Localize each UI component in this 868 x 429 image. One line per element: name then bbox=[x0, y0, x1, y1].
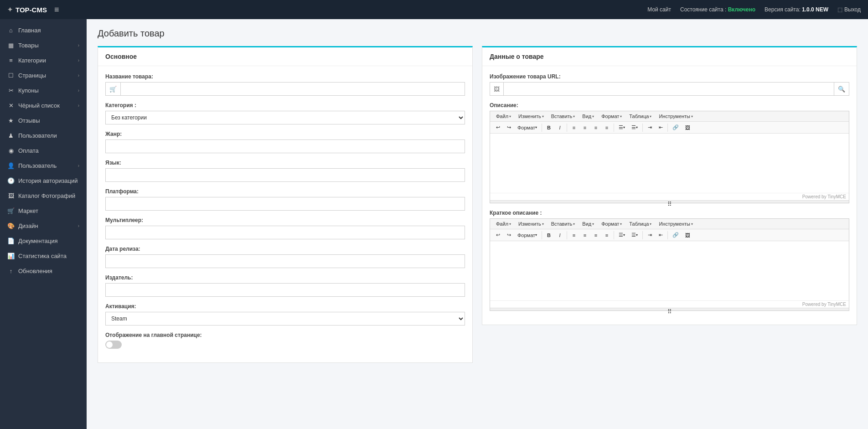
editor2-menu-view[interactable]: Вид ▾ bbox=[579, 220, 597, 227]
editor-menu-format[interactable]: Формат ▾ bbox=[598, 113, 625, 120]
content-area: Добавить товар Основное Название товара:… bbox=[87, 19, 868, 429]
short-description-editor-resize[interactable]: ⠿ bbox=[490, 308, 849, 310]
category-label: Категория : bbox=[105, 102, 465, 109]
description-editor-body[interactable] bbox=[490, 134, 849, 193]
description-editor-resize[interactable]: ⠿ bbox=[490, 200, 849, 203]
description-group: Описание: Файл ▾ Изменить ▾ Вставить ▾ В… bbox=[490, 102, 849, 203]
editor2-align-justify-btn[interactable]: ≡ bbox=[602, 231, 612, 239]
chevron-right-icon: › bbox=[78, 43, 79, 48]
editor-menu-file[interactable]: Файл ▾ bbox=[493, 113, 514, 120]
display-main-toggle[interactable] bbox=[105, 341, 122, 349]
cart-icon: 🛒 bbox=[106, 83, 121, 95]
sidebar-item-stats[interactable]: 📊 Статистика сайта bbox=[0, 248, 87, 264]
left-panel: Основное Название товара: 🛒 Категория : bbox=[98, 46, 473, 363]
editor2-align-right-btn[interactable]: ≡ bbox=[591, 231, 601, 239]
sidebar-item-reviews[interactable]: ★ Отзывы bbox=[0, 113, 87, 128]
editor-menu-tools[interactable]: Инструменты ▾ bbox=[656, 113, 696, 120]
editor2-align-left-btn[interactable]: ≡ bbox=[569, 231, 579, 239]
editor-redo-btn[interactable]: ↪ bbox=[504, 123, 514, 132]
search-icon[interactable]: 🔍 bbox=[834, 83, 849, 95]
sidebar-item-pages[interactable]: ☐ Страницы › bbox=[0, 68, 87, 83]
editor-link-btn[interactable]: 🔗 bbox=[670, 123, 682, 132]
editor2-format-btn[interactable]: Формат ▾ bbox=[515, 231, 540, 239]
docs-icon: 📄 bbox=[7, 238, 15, 244]
editor-bold-btn[interactable]: B bbox=[544, 124, 554, 132]
sidebar-item-products[interactable]: ▦ Товары › bbox=[0, 38, 87, 53]
editor-menu-table[interactable]: Таблица ▾ bbox=[626, 113, 655, 120]
my-site-link[interactable]: Мой сайт bbox=[647, 6, 671, 13]
editor-italic-btn[interactable]: I bbox=[555, 124, 565, 132]
genre-label: Жанр: bbox=[105, 131, 465, 137]
sidebar-item-market[interactable]: 🛒 Маркет bbox=[0, 203, 87, 218]
image-url-input[interactable] bbox=[504, 83, 834, 95]
design-icon: 🎨 bbox=[7, 222, 15, 229]
short-description-editor-body[interactable] bbox=[490, 241, 849, 300]
hamburger-button[interactable]: ≡ bbox=[54, 5, 59, 15]
editor2-menu-insert[interactable]: Вставить ▾ bbox=[548, 220, 579, 227]
editor-undo-btn[interactable]: ↩ bbox=[493, 123, 503, 132]
short-description-toolbar: ↩ ↪ Формат ▾ B I ≡ ≡ ≡ ≡ bbox=[490, 229, 849, 241]
editor-menu-insert[interactable]: Вставить ▾ bbox=[548, 113, 579, 120]
sidebar-item-coupons[interactable]: ✂ Купоны › bbox=[0, 83, 87, 98]
sidebar-item-docs[interactable]: 📄 Документация bbox=[0, 233, 87, 248]
editor-menu-edit[interactable]: Изменить ▾ bbox=[515, 113, 547, 120]
editor-align-center-btn[interactable]: ≡ bbox=[580, 124, 590, 132]
editor2-redo-btn[interactable]: ↪ bbox=[504, 231, 514, 239]
editor2-indent-btn[interactable]: ⇥ bbox=[645, 231, 655, 239]
editor2-bold-btn[interactable]: B bbox=[544, 231, 554, 239]
product-name-input[interactable] bbox=[121, 83, 465, 95]
editor2-link-btn[interactable]: 🔗 bbox=[670, 231, 682, 239]
editor-image-btn[interactable]: 🖼 bbox=[682, 124, 693, 132]
multiplayer-input[interactable] bbox=[105, 226, 465, 239]
sidebar-item-users[interactable]: ♟ Пользователи bbox=[0, 128, 87, 143]
sidebar-item-home[interactable]: ⌂ Главная bbox=[0, 23, 87, 38]
editor-align-left-btn[interactable]: ≡ bbox=[569, 124, 579, 132]
editor-outdent-btn[interactable]: ⇤ bbox=[656, 123, 666, 132]
editor2-menu-file[interactable]: Файл ▾ bbox=[493, 220, 514, 227]
editor2-align-center-btn[interactable]: ≡ bbox=[580, 231, 590, 239]
language-input[interactable] bbox=[105, 168, 465, 182]
editor-list-ul-btn[interactable]: ☰ ▾ bbox=[616, 123, 628, 132]
editor-align-justify-btn[interactable]: ≡ bbox=[602, 124, 612, 132]
sidebar-item-updates[interactable]: ↑ Обновления bbox=[0, 264, 87, 279]
genre-input[interactable] bbox=[105, 140, 465, 153]
short-description-group: Краткое описание : Файл ▾ Изменить ▾ Вст… bbox=[490, 210, 849, 311]
editor2-menu-table[interactable]: Таблица ▾ bbox=[626, 220, 655, 227]
editor-indent-btn[interactable]: ⇥ bbox=[645, 123, 655, 132]
editor2-menu-format[interactable]: Формат ▾ bbox=[598, 220, 625, 227]
right-panel-body: Изображение товара URL: 🖼 🔍 Описание: Ф bbox=[482, 66, 857, 325]
reviews-icon: ★ bbox=[7, 117, 15, 124]
editor-menu-view[interactable]: Вид ▾ bbox=[579, 113, 597, 120]
platform-input[interactable] bbox=[105, 197, 465, 211]
publisher-input[interactable] bbox=[105, 283, 465, 297]
sidebar-item-photo-catalog[interactable]: 🖼 Каталог Фотографий bbox=[0, 188, 87, 203]
editor-align-right-btn[interactable]: ≡ bbox=[591, 124, 601, 132]
editor2-list-ul-btn[interactable]: ☰ ▾ bbox=[616, 231, 628, 239]
editor2-image-btn[interactable]: 🖼 bbox=[682, 231, 693, 239]
release-date-input[interactable] bbox=[105, 254, 465, 268]
editor-format-btn[interactable]: Формат ▾ bbox=[515, 124, 540, 132]
editor2-menu-tools[interactable]: Инструменты ▾ bbox=[656, 220, 696, 227]
sidebar-item-user[interactable]: 👤 Пользователь › bbox=[0, 158, 87, 173]
editor2-undo-btn[interactable]: ↩ bbox=[493, 231, 503, 239]
main-layout: ⌂ Главная ▦ Товары › ≡ Категории › ☐ Стр… bbox=[0, 19, 868, 429]
editor2-outdent-btn[interactable]: ⇤ bbox=[656, 231, 666, 239]
sidebar-item-blacklist[interactable]: ✕ Чёрный список › bbox=[0, 98, 87, 113]
sidebar-item-categories[interactable]: ≡ Категории › bbox=[0, 53, 87, 68]
short-description-menubar: Файл ▾ Изменить ▾ Вставить ▾ Вид ▾ Форма… bbox=[490, 219, 849, 229]
description-label: Описание: bbox=[490, 102, 849, 109]
products-icon: ▦ bbox=[7, 42, 15, 49]
editor-list-ol-btn[interactable]: ☰ ▾ bbox=[629, 123, 641, 132]
chevron-right-icon: › bbox=[78, 103, 79, 108]
sidebar-item-payments[interactable]: ◉ Оплата bbox=[0, 143, 87, 158]
market-icon: 🛒 bbox=[7, 207, 15, 214]
sidebar-item-design[interactable]: 🎨 Дизайн › bbox=[0, 218, 87, 233]
editor2-menu-edit[interactable]: Изменить ▾ bbox=[515, 220, 547, 227]
activation-select[interactable]: Steam Uplay Origin GOG Battle.net bbox=[105, 312, 465, 326]
category-select[interactable]: Без категории bbox=[105, 111, 465, 124]
logout-button[interactable]: ⬚ Выход bbox=[837, 6, 861, 13]
editor2-list-ol-btn[interactable]: ☰ ▾ bbox=[629, 231, 641, 239]
header-left: ✦ TOP-CMS ≡ bbox=[7, 5, 59, 15]
editor2-italic-btn[interactable]: I bbox=[555, 231, 565, 239]
sidebar-item-auth-history[interactable]: 🕐 История авторизаций bbox=[0, 173, 87, 188]
